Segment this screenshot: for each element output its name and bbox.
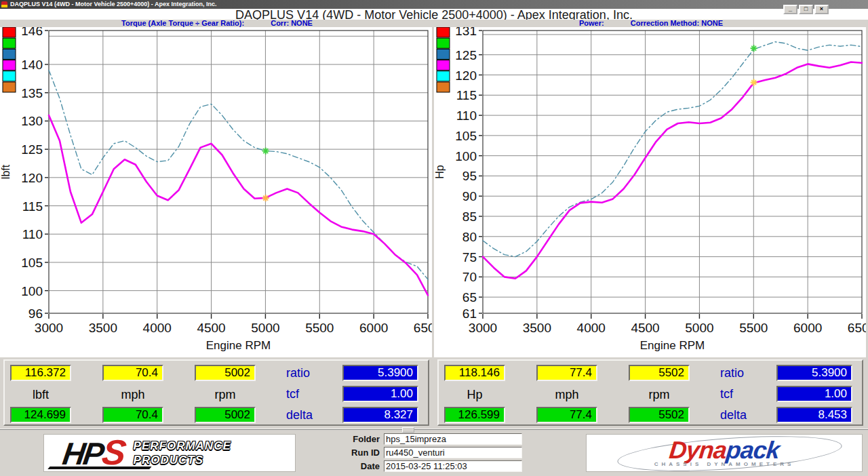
svg-text:4000: 4000 xyxy=(577,321,606,335)
svg-text:5500: 5500 xyxy=(739,321,768,335)
torque-chart-panel: 1461401351301251201151101051009630003500… xyxy=(0,27,432,357)
hps-word-products: PRODUCTS xyxy=(134,454,231,467)
svg-text:85: 85 xyxy=(462,210,477,224)
svg-text:75: 75 xyxy=(462,250,477,264)
ratio-label: ratio xyxy=(286,366,340,380)
cursor-value-rpm: 5002 xyxy=(195,365,256,381)
reference-value-mph: 70.4 xyxy=(102,407,163,423)
minimize-button[interactable]: _ xyxy=(783,5,797,14)
svg-text:120: 120 xyxy=(21,171,43,185)
svg-text:100: 100 xyxy=(21,284,43,298)
delta-value: 8.327 xyxy=(342,407,418,423)
folder-input[interactable] xyxy=(384,433,522,445)
svg-text:135: 135 xyxy=(21,86,43,100)
torque-chart: 1461401351301251201151101051009630003500… xyxy=(0,27,432,357)
date-input[interactable] xyxy=(384,460,522,472)
svg-text:105: 105 xyxy=(21,256,43,270)
svg-text:6000: 6000 xyxy=(359,321,388,335)
date-field-row: Date xyxy=(298,460,529,472)
torque-corr-label: Corr: NONE xyxy=(271,19,313,27)
svg-text:5500: 5500 xyxy=(305,321,334,335)
restore-button[interactable]: □ xyxy=(799,5,813,14)
unit-label-rpm: rpm xyxy=(195,388,256,402)
run-id-field-row: Run ID xyxy=(298,447,529,458)
power-chart-panel: 1311251201151101051009590858075706561300… xyxy=(434,27,866,357)
cursor-value-mph: 70.4 xyxy=(102,365,163,381)
svg-text:105: 105 xyxy=(455,129,477,143)
tcf-label: tcf xyxy=(286,387,340,401)
delta-label: delta xyxy=(720,408,774,422)
svg-text:4500: 4500 xyxy=(197,321,225,335)
run-info-fields: Folder Run ID Date xyxy=(298,433,529,474)
power-header-title: Power: xyxy=(579,19,604,27)
app-icon xyxy=(1,1,7,7)
svg-text:100: 100 xyxy=(455,149,477,163)
power-corr-label: Correction Method: NONE xyxy=(631,19,723,27)
svg-text:4500: 4500 xyxy=(631,321,659,335)
svg-text:96: 96 xyxy=(28,306,43,321)
reference-value-rpm: 5002 xyxy=(195,407,256,423)
svg-text:lbft: lbft xyxy=(0,164,12,179)
svg-text:Engine RPM: Engine RPM xyxy=(640,339,705,352)
svg-text:115: 115 xyxy=(22,199,43,214)
dynapack-logo: Dynapack CHASSIS DYNAMOMETERS xyxy=(586,434,863,472)
dynapack-dyna-text: Dyna xyxy=(668,436,728,464)
unit-label-lbft: lbft xyxy=(10,388,71,402)
svg-text:Hp: Hp xyxy=(434,165,446,179)
unit-label-mph: mph xyxy=(102,388,163,402)
folder-label: Folder xyxy=(298,434,384,444)
power-chart-header: Power: Correction Method: NONE xyxy=(434,20,868,27)
unit-label-rpm: rpm xyxy=(629,388,690,402)
svg-text:95: 95 xyxy=(462,169,477,183)
ratio-value: 5.3900 xyxy=(776,365,852,381)
hps-underline xyxy=(47,467,151,469)
tcf-value: 1.00 xyxy=(776,386,852,402)
close-button[interactable]: × xyxy=(814,5,829,14)
svg-text:115: 115 xyxy=(456,88,477,102)
delta-label: delta xyxy=(286,408,340,422)
svg-text:125: 125 xyxy=(21,142,43,157)
svg-text:3000: 3000 xyxy=(469,321,497,335)
cursor-value-lbft: 116.372 xyxy=(10,365,71,381)
cursor-value-rpm: 5502 xyxy=(629,365,690,381)
reference-value-hp: 126.599 xyxy=(444,407,505,423)
hps-logo: HPS PERFORMANCE PRODUCTS xyxy=(43,434,296,472)
charts-region: 1461401351301251201151101051009630003500… xyxy=(0,27,868,357)
reference-value-lbft: 124.699 xyxy=(10,407,71,423)
splitter-handle[interactable] xyxy=(402,427,414,433)
svg-text:6000: 6000 xyxy=(793,321,822,335)
unit-label-hp: Hp xyxy=(444,388,505,402)
svg-text:146: 146 xyxy=(21,27,43,38)
svg-text:3500: 3500 xyxy=(523,321,551,335)
svg-text:5000: 5000 xyxy=(685,321,713,335)
ratio-label: ratio xyxy=(720,366,774,380)
svg-text:6500: 6500 xyxy=(414,321,432,335)
footer: HPS PERFORMANCE PRODUCTS Folder Run ID D… xyxy=(0,429,868,476)
svg-text:130: 130 xyxy=(21,114,43,128)
svg-text:90: 90 xyxy=(462,189,477,203)
run-id-input[interactable] xyxy=(384,447,522,458)
power-chart: 1311251201151101051009590858075706561300… xyxy=(434,27,866,357)
tcf-label: tcf xyxy=(720,387,774,401)
tcf-value: 1.00 xyxy=(342,386,418,402)
dynapack-pack-text: pack xyxy=(725,436,781,464)
svg-text:3000: 3000 xyxy=(35,321,63,335)
svg-text:70: 70 xyxy=(462,270,477,284)
hps-letters: HPS xyxy=(61,439,125,467)
date-label: Date xyxy=(298,461,384,471)
svg-text:140: 140 xyxy=(21,58,43,72)
ratio-value: 5.3900 xyxy=(342,365,418,381)
cursor-value-hp: 118.146 xyxy=(444,365,505,381)
svg-text:3500: 3500 xyxy=(89,321,117,335)
dynapack-caption: CHASSIS DYNAMOMETERS xyxy=(587,461,862,467)
unit-label-mph: mph xyxy=(536,388,597,402)
svg-text:120: 120 xyxy=(455,68,477,83)
svg-text:6500: 6500 xyxy=(848,321,866,335)
svg-text:5000: 5000 xyxy=(251,321,279,335)
svg-text:80: 80 xyxy=(462,230,477,244)
svg-text:Engine RPM: Engine RPM xyxy=(206,339,271,352)
reference-value-mph: 77.4 xyxy=(536,407,597,423)
torque-header-title: Torque (Axle Torque ÷ Gear Ratio): xyxy=(121,19,244,27)
svg-text:125: 125 xyxy=(455,48,477,62)
chart-headers: Torque (Axle Torque ÷ Gear Ratio): Corr:… xyxy=(0,20,868,27)
